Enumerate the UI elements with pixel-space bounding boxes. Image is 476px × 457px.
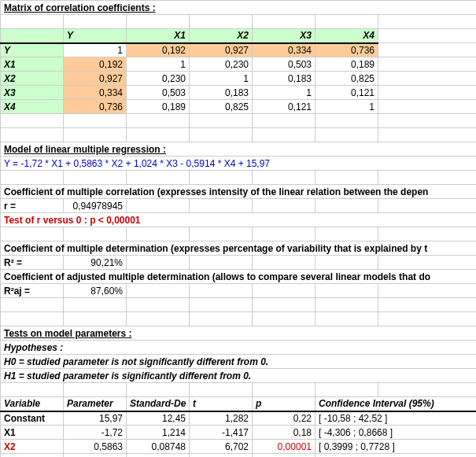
param-row: X31,0240,41592,4620,026[ 0,1376 ; 1,91 ] [1,454,477,458]
corr-row-x3: X3 0,334 0,503 0,183 1 0,121 [1,86,477,100]
corr-header-row: Y X1 X2 X3 X4 [1,29,477,43]
param-sd[interactable]: 0,4159 [127,454,190,458]
param-p[interactable]: 0,026 [253,454,315,458]
corr-head-x3: X3 [253,29,315,43]
param-par[interactable]: -1,72 [64,426,127,440]
row-title-matrix: Matrix of correlation coefficients : [1,1,477,15]
corr-row-x2: X2 0,927 0,230 1 0,183 0,825 [1,72,477,86]
h0-text: H0 = studied parameter is not significan… [1,355,477,369]
cell[interactable]: 0,503 [127,86,190,100]
title-matrix: Matrix of correlation coefficients : [1,1,477,15]
param-row: X20,58630,087486,7020,00001[ 0,3999 ; 0,… [1,440,477,454]
cell[interactable]: 0,927 [190,43,253,57]
row-blank [1,15,477,29]
corr-row-label: Y [1,43,64,57]
r-value[interactable]: 0,94978945 [64,199,127,213]
param-row: X1-1,721,214-1,4170,18[ -4,306 ; 0,8668 … [1,426,477,440]
cell[interactable]: 0,189 [127,100,190,114]
corr-head-x1: X1 [127,29,190,43]
param-var: Constant [1,411,64,426]
ph-par: Parameter [64,397,127,411]
corr-head-x2: X2 [190,29,253,43]
corr-row-label: X2 [1,72,64,86]
param-ci[interactable]: [ -10,58 ; 42,52 ] [315,411,477,426]
param-ci[interactable]: [ -4,306 ; 0,8668 ] [315,426,477,440]
param-sd[interactable]: 12,45 [127,411,190,426]
r-label: r = [1,199,64,213]
param-sd[interactable]: 0,08748 [127,440,190,454]
r2aj-value[interactable]: 87,60% [64,284,127,298]
cell[interactable]: 0,927 [64,72,127,86]
cell[interactable]: 0,189 [315,57,378,72]
cell[interactable]: 0,825 [190,100,253,114]
param-par[interactable]: 1,024 [64,454,127,458]
param-p[interactable]: 0,22 [253,411,315,426]
spreadsheet-grid[interactable]: Matrix of correlation coefficients : Y X… [0,0,476,457]
title-coef-r2aj: Coefficient of adjusted multiple determi… [1,270,477,284]
r2-label: R² = [1,256,64,270]
cell[interactable]: 1 [315,100,378,114]
r2-value[interactable]: 90,21% [64,256,127,270]
param-var: X3 [1,454,64,458]
param-p[interactable]: 0,00001 [253,440,315,454]
cell[interactable]: 0,736 [315,43,378,57]
cell[interactable]: 0,825 [315,72,378,86]
ph-var: Variable [1,397,64,411]
corr-row-label: X4 [1,100,64,114]
cell[interactable]: 0,230 [127,72,190,86]
cell[interactable]: 0,192 [127,43,190,57]
row-blank [1,227,477,241]
corr-row-label: X1 [1,57,64,72]
row-blank [1,171,477,185]
corr-row-x1: X1 0,192 1 0,230 0,503 0,189 [1,57,477,72]
cell[interactable]: 0,503 [253,57,315,72]
param-row: Constant15,9712,451,2820,22[ -10,58 ; 42… [1,411,477,426]
cell[interactable]: 0,121 [315,86,378,100]
h1-text: H1 = studied parameter is significantly … [1,369,477,383]
param-par[interactable]: 0,5863 [64,440,127,454]
equation-cell[interactable]: Y = -1,72 * X1 + 0,5863 * X2 + 1,024 * X… [1,157,477,171]
r2aj-label: R²aj = [1,284,64,298]
row-blank [1,128,477,142]
corr-head-x4: X4 [315,29,378,43]
title-coef-r2: Coefficient of multiple determination (e… [1,241,477,256]
title-coef-r: Coefficient of multiple correlation (exp… [1,185,477,199]
corr-row-label: X3 [1,86,64,100]
cell[interactable]: 0,183 [253,72,315,86]
cell[interactable]: 0,736 [64,100,127,114]
param-par[interactable]: 15,97 [64,411,127,426]
corr-row-x4: X4 0,736 0,189 0,825 0,121 1 [1,100,477,114]
cell[interactable]: 0,334 [253,43,315,57]
param-p[interactable]: 0,18 [253,426,315,440]
ph-t: t [190,397,253,411]
param-t[interactable]: 2,462 [190,454,253,458]
cell[interactable]: 1 [64,43,127,57]
param-t[interactable]: 6,702 [190,440,253,454]
cell[interactable]: 0,230 [190,57,253,72]
cell[interactable]: 1 [127,57,190,72]
ph-p: p [253,397,315,411]
cell[interactable]: 1 [190,72,253,86]
param-t[interactable]: -1,417 [190,426,253,440]
ph-ci: Confidence Interval (95%) [315,397,477,411]
row-blank [1,312,477,326]
title-tests: Tests on model parameters : [1,326,477,341]
param-ci[interactable]: [ 0,1376 ; 1,91 ] [315,454,477,458]
r-test-text: Test of r versus 0 : p < 0,00001 [1,213,477,227]
row-blank [1,298,477,312]
corr-head-y: Y [64,29,127,43]
cell[interactable]: 0,183 [190,86,253,100]
cell[interactable]: 0,121 [253,100,315,114]
cell[interactable]: 0,334 [64,86,127,100]
ph-sd: Standard-De [127,397,190,411]
title-model: Model of linear multiple regression : [1,142,477,157]
row-blank [1,114,477,128]
param-ci[interactable]: [ 0,3999 ; 0,7728 ] [315,440,477,454]
row-blank [1,383,477,397]
cell[interactable]: 0,192 [64,57,127,72]
param-sd[interactable]: 1,214 [127,426,190,440]
corr-row-y: Y 1 0,192 0,927 0,334 0,736 [1,43,477,57]
cell[interactable]: 1 [253,86,315,100]
corr-corner [1,29,64,43]
param-t[interactable]: 1,282 [190,411,253,426]
